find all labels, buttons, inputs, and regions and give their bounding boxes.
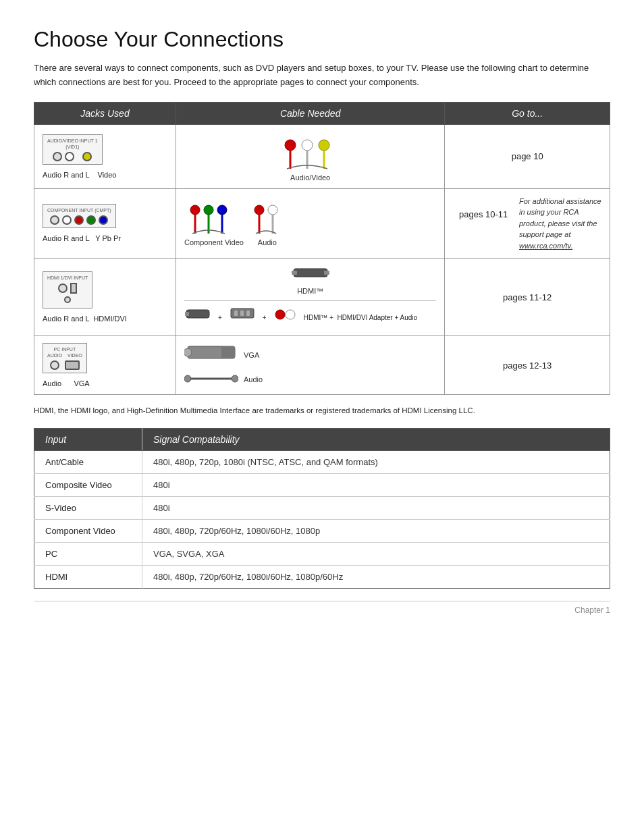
jack-label-av: Audio R and L Video [43,171,167,179]
jack-diagram-av: AUDIO/VIDEO INPUT 1(VID1) [43,134,103,165]
rca-url: www.rca.com/tv. [519,242,572,250]
compat-row: PCVGA, SVGA, XGA [34,542,610,565]
cable-label-av: Audio/Video [184,173,436,182]
jack-diagram-component: COMPONENT INPUT (CMPT) [43,204,116,228]
cable-icon-component-audio: Audio [250,200,284,246]
svg-rect-16 [294,269,327,277]
svg-point-28 [184,348,192,356]
jack-vga-audio [50,360,59,370]
goto-text-component: pages 10-11 [453,196,514,219]
goto-outer-component: pages 10-11 For additional assistance in… [445,188,610,259]
hdmi-cable-bottom-svg [184,306,211,327]
hdmi-dvi-adapter-svg [229,306,256,327]
jack-c2 [62,215,72,225]
jack-diagram-vga: PC INPUT AUDIO VIDEO [43,343,87,373]
cable-icon-hdmi-top: HDMI™ [184,265,436,295]
compat-signal-cell: 480i, 480p, 720p, 1080i (NTSC, ATSC, and… [142,450,610,473]
svg-point-4 [319,140,329,151]
vga-cable-svg [184,343,238,367]
jack-c4 [86,215,96,225]
col-header-cable: Cable Needed [176,102,445,124]
svg-rect-18 [324,271,329,275]
jack-label-component: Audio R and L Y Pb Pr [43,234,167,242]
compat-signal-cell: VGA, SVGA, XGA [142,542,610,565]
connection-row-av: AUDIO/VIDEO INPUT 1(VID1) Audio R and L … [34,124,610,188]
jack-hdmi-port [70,283,77,294]
component-cable-svg [187,200,241,237]
audio-cable-svg [250,200,284,237]
cable-icon-hdmi-bottom: + + [184,306,436,329]
connection-row-vga: PC INPUT AUDIO VIDEO Audio VGA [34,336,610,395]
chapter-note: Chapter 1 [34,601,610,615]
audio-cable-vga-svg [184,371,238,387]
compat-signal-cell: 480i [142,496,610,519]
goto-cell-hdmi: pages 11-12 [445,259,610,336]
svg-point-0 [285,140,296,151]
cable-cell-component: Component Video Audio [176,188,445,259]
svg-rect-17 [292,271,297,275]
svg-point-2 [302,140,313,151]
compat-input-cell: S-Video [34,496,142,519]
vga-cable-label: VGA [244,351,259,359]
goto-cell-av: page 10 [445,124,610,188]
hdmi-cable-label-top: HDMI™ [184,287,436,295]
svg-rect-24 [246,311,250,316]
compat-signal-cell: 480i [142,473,610,496]
cable-cell-vga: VGA Audio [176,336,445,395]
jacks-cell-av: AUDIO/VIDEO INPUT 1(VID1) Audio R and L … [34,124,176,188]
svg-point-32 [232,375,238,382]
audio-label-component: Audio [250,238,284,246]
compat-row: Composite Video480i [34,473,610,496]
compat-signal-cell: 480i, 480p, 720p/60Hz, 1080i/60Hz, 1080p [142,519,610,542]
cable-item-vga: VGA [184,343,259,367]
page-title: Choose Your Connections [34,27,610,52]
side-note-component: For additional assistance in using your … [514,196,601,252]
col-header-goto: Go to... [445,102,610,124]
jack-label-hdmi: Audio R and L HDMI/DVI [43,315,167,323]
svg-point-26 [286,310,295,319]
hdmi-cable-label-bottom: HDMI™ + HDMI/DVI Adapter + Audio [304,314,417,321]
jack-vga-port [65,360,80,370]
cable-icon-av: Audio/Video [184,132,436,182]
compat-input-cell: PC [34,542,142,565]
svg-point-12 [254,205,264,215]
svg-point-10 [217,205,227,215]
jack-circle-video [82,152,92,161]
svg-point-25 [275,310,285,319]
compat-col-signal: Signal Compatability [142,428,610,450]
av-cable-svg [280,132,341,172]
svg-point-31 [184,375,191,382]
svg-rect-19 [186,310,209,318]
compat-row: HDMI480i, 480p, 720p/60Hz, 1080i/60Hz, 1… [34,565,610,588]
svg-rect-23 [240,311,244,316]
jack-c1 [50,215,59,225]
hdmi-notice: HDMI, the HDMI logo, and High-Definition… [34,404,610,416]
jack-circle-audio-r [53,152,62,161]
compat-row: S-Video480i [34,496,610,519]
jack-circle-audio-l [65,152,74,161]
compat-row: Ant/Cable480i, 480p, 720p, 1080i (NTSC, … [34,450,610,473]
svg-rect-29 [221,346,235,358]
jacks-cell-hdmi: HDMI 1/DVI INPUT Audio R and L HDMI/DVI [34,259,176,336]
jack-c3 [74,215,84,225]
jack-hdmi-extra [64,296,71,303]
cell-divider-hdmi [184,300,436,301]
cable-group-vga: VGA Audio [184,343,436,387]
compat-signal-cell: 480i, 480p, 720p/60Hz, 1080i/60Hz, 1080p… [142,565,610,588]
connection-row-component: COMPONENT INPUT (CMPT) Audio R and L Y P… [34,188,610,259]
svg-point-6 [190,205,200,215]
compat-row: Component Video480i, 480p, 720p/60Hz, 10… [34,519,610,542]
intro-text: There are several ways to connect compon… [34,61,610,90]
component-video-label: Component Video [184,238,244,246]
hdmi-audio-cable-svg [273,306,297,327]
goto-cell-vga: pages 12-13 [445,336,610,395]
connections-table: Jacks Used Cable Needed Go to... AUDIO/V… [34,102,610,396]
audio-cable-label-vga: Audio [244,375,263,383]
cable-cell-av: Audio/Video [176,124,445,188]
cable-icon-component-video: Component Video [184,200,244,246]
compat-table: Input Signal Compatability Ant/Cable480i… [34,428,610,589]
jacks-cell-vga: PC INPUT AUDIO VIDEO Audio VGA [34,336,176,395]
goto-with-note: pages 10-11 For additional assistance in… [453,196,601,252]
svg-rect-20 [185,312,189,316]
svg-point-8 [204,205,213,215]
